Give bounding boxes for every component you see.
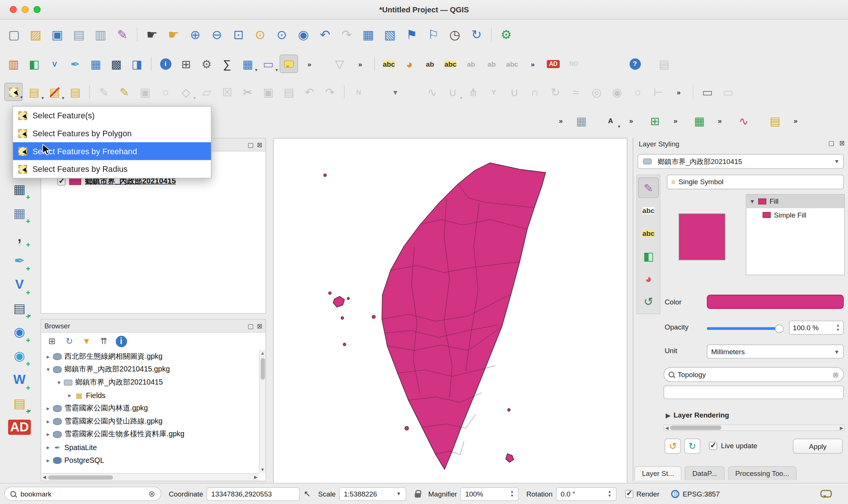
zoom-native-resolution-icon[interactable]: ◉ [294, 24, 313, 45]
islet[interactable] [347, 297, 349, 300]
symbol-type-selector[interactable]: ≡ Single Symbol [667, 174, 844, 189]
dropdown-arrow-icon[interactable]: ▾ [193, 95, 196, 100]
new-print-layout-icon[interactable]: ▤ [69, 24, 89, 45]
zoom-in-icon[interactable]: ⊕ [185, 24, 205, 45]
zoom-to-selection-icon[interactable]: ⊙ [251, 24, 270, 45]
float-panel-icon[interactable]: ▢ [828, 140, 834, 147]
trim-extend-icon[interactable]: ⊢ [649, 83, 667, 101]
select-by-expression-icon[interactable]: ▤ [66, 83, 84, 101]
advanced-digitizing-panel-icon[interactable]: AD [9, 416, 30, 438]
rotate-feature-icon[interactable]: ↻ [546, 83, 564, 101]
expand-arrow-icon[interactable]: ▸ [66, 392, 73, 399]
dropdown-arrow-icon[interactable]: ▾ [28, 313, 31, 318]
expand-arrow-icon[interactable]: ▸ [44, 418, 52, 425]
add-ring-icon[interactable]: ◎ [587, 83, 606, 101]
cut-features-icon[interactable]: ✂ [239, 83, 257, 101]
toolbar-overflow-icon[interactable]: » [711, 112, 729, 130]
change-label-icon[interactable]: abc [503, 55, 521, 73]
tab-data-panel[interactable]: DataP... [685, 466, 724, 480]
coordinate-field[interactable]: 13347836,2920553 [206, 487, 299, 501]
menu-item-select-features-by-polygon[interactable]: Select Features by Polygon [13, 124, 211, 142]
browser-item[interactable]: ▸▦Fields [41, 389, 259, 402]
annotation-tool-icon[interactable]: ▭ [698, 83, 717, 101]
close-window-button[interactable] [10, 6, 17, 13]
float-panel-icon[interactable]: ▢ [248, 322, 254, 330]
toolbar-overflow-icon[interactable]: » [786, 112, 805, 130]
styling-layer-selector[interactable]: 鄉鎮市界_內政部20210415 ▼ [637, 154, 844, 169]
offset-curve-icon[interactable]: ∿ [423, 83, 441, 101]
vector-grid-icon[interactable]: ⊞ [646, 112, 664, 130]
style-manager-icon[interactable]: ✎ [112, 24, 132, 45]
panel-tool-icon[interactable]: ▤ [655, 55, 673, 73]
add-oracle-layer-icon[interactable]: ▤▾ [9, 392, 30, 414]
attribute-grid-icon[interactable]: ▦ [690, 112, 708, 130]
add-virtual-layer-icon[interactable]: ◨ [128, 55, 146, 73]
zoom-to-layer-icon[interactable]: ⊙ [272, 24, 291, 45]
labels-tab-icon[interactable]: abc [638, 200, 659, 221]
diagrams-tab-icon[interactable]: ◕ [638, 268, 659, 289]
toolbar-overflow-icon[interactable]: » [666, 112, 685, 130]
statistical-summary-icon[interactable]: ∑ [218, 55, 236, 73]
layer-rendering-section[interactable]: ▶Layer Rendering [666, 411, 729, 419]
matsu-island[interactable] [324, 174, 326, 176]
expand-arrow-icon[interactable]: ▸ [44, 405, 52, 412]
multiedit-tool-icon[interactable]: ▱ [197, 83, 216, 101]
form-annotation-tool-icon[interactable]: ▭ [719, 83, 737, 101]
scrollbar-thumb[interactable] [670, 426, 721, 430]
browser-item[interactable]: ▸雪霸國家公園內林道.gpkg [41, 402, 259, 415]
scroll-right-icon[interactable]: ▶ [254, 475, 257, 480]
undo-icon[interactable]: ↶ [300, 83, 318, 101]
deselect-features-icon[interactable]: ▤▾ [45, 83, 64, 101]
add-spatialite-layer-icon[interactable]: ✒ [9, 250, 30, 271]
close-panel-icon[interactable]: ⊠ [257, 322, 263, 330]
history-tab-icon[interactable]: ↺ [638, 291, 659, 312]
styling-search-field[interactable]: Topology ⊗ [664, 367, 844, 382]
zoom-out-icon[interactable]: ⊖ [207, 24, 227, 45]
open-attribute-table-icon[interactable]: ▦▾ [239, 55, 257, 73]
minimize-window-button[interactable] [22, 6, 29, 13]
expand-arrow-icon[interactable]: ▸ [44, 444, 52, 451]
scroll-right-icon[interactable]: ▶ [840, 425, 843, 430]
expand-arrow-icon[interactable]: ▾ [55, 379, 63, 386]
scale-combobox[interactable]: 1:5388226 ▼ [339, 487, 406, 501]
select-features-icon[interactable]: ▾ [4, 83, 23, 101]
magnifier-spinbox[interactable]: 100% ▲▼ [460, 487, 519, 501]
apply-button[interactable]: Apply [793, 438, 843, 453]
new-spatial-bookmark-icon[interactable]: ⚑ [402, 24, 421, 45]
measure-line-icon[interactable]: ▭▾ [259, 55, 278, 73]
layout-manager-icon[interactable]: ▥ [91, 24, 110, 45]
islet[interactable] [341, 317, 343, 319]
add-virtual-layer-icon[interactable]: V [9, 274, 30, 295]
symbology-tab-icon[interactable]: ✎ [638, 177, 659, 198]
scroll-down-icon[interactable]: ▼ [260, 467, 264, 472]
toolbar-overflow-icon[interactable]: » [670, 83, 688, 101]
raster-tools-icon[interactable]: ▦ [572, 112, 591, 130]
green-island[interactable] [508, 409, 510, 411]
identify-features-icon[interactable]: i [156, 55, 175, 73]
add-arcgis-layer-icon[interactable]: ◉ [9, 345, 30, 367]
profile-plot-icon[interactable]: ∿ [735, 112, 753, 130]
paste-features-icon[interactable]: ▤ [279, 83, 298, 101]
overflow-arrow-icon[interactable]: ▾ [386, 83, 405, 101]
color-button[interactable] [707, 295, 844, 309]
close-panel-icon[interactable]: ⊠ [839, 140, 845, 147]
islet[interactable] [372, 315, 375, 319]
reshape-features-icon[interactable]: ∪▾ [443, 83, 462, 101]
new-project-icon[interactable]: ▢ [4, 24, 24, 45]
scrollbar-thumb[interactable] [48, 475, 113, 480]
browser-item[interactable]: ▾鄉鎮市界_內政部20210415 [41, 376, 259, 389]
opacity-spinbox[interactable]: 100.0 % ▲▼ [789, 321, 844, 335]
scroll-left-icon[interactable]: ◀ [43, 475, 46, 480]
styling-horizontal-scrollbar[interactable]: ◀ ▶ [664, 425, 845, 431]
taiwan-polygon[interactable] [382, 163, 546, 470]
save-project-icon[interactable]: ▣ [48, 24, 67, 45]
temporal-controller-icon[interactable]: ◷ [445, 24, 464, 45]
toolbar-overflow-icon[interactable]: » [300, 55, 318, 73]
browser-vertical-scrollbar[interactable]: ▲ ▼ [259, 350, 266, 473]
split-parts-icon[interactable]: Y [485, 83, 503, 101]
penghu-island[interactable] [333, 296, 344, 307]
refresh-browser-icon[interactable]: ↻ [62, 334, 77, 349]
copy-features-icon[interactable]: ▣ [259, 83, 278, 101]
dropdown-arrow-icon[interactable]: ▾ [276, 67, 278, 72]
pan-map-icon[interactable]: ☛ [142, 24, 162, 45]
